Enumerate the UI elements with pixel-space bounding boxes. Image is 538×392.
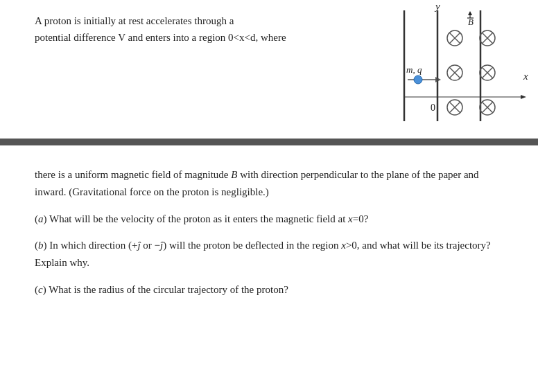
svg-marker-8	[468, 11, 472, 15]
y-axis-label: y	[434, 1, 440, 12]
cross-symbol-3	[447, 65, 462, 80]
paragraph-1: there is a uniform magnetic field of mag…	[35, 166, 503, 201]
problem-line1: A proton is initially at rest accelerate…	[35, 12, 319, 29]
diagram-area: y x 0 m, q B	[333, 0, 538, 139]
diagram-svg: y x 0 m, q B	[333, 0, 538, 139]
svg-marker-29	[521, 95, 526, 99]
part-c: (c) What is the radius of the circular t…	[35, 281, 503, 299]
cross-symbol-5	[447, 100, 462, 115]
divider-bar	[0, 139, 538, 145]
cross-symbol-2	[480, 30, 495, 46]
part-b: (b) In which direction (+ĵ or −ĵ) will t…	[35, 237, 503, 271]
origin-label: 0	[431, 103, 435, 113]
bottom-section: there is a uniform magnetic field of mag…	[0, 145, 538, 322]
cross-symbol-4	[480, 65, 495, 80]
problem-text: A proton is initially at rest accelerate…	[0, 0, 333, 139]
problem-line2: potential difference V and enters into a…	[35, 29, 319, 46]
svg-point-5	[414, 75, 422, 84]
top-section: A proton is initially at rest accelerate…	[0, 0, 538, 139]
mq-label: m, q	[406, 64, 422, 75]
cross-symbol-1	[447, 30, 462, 46]
cross-symbol-6	[480, 100, 495, 115]
part-a: (a) What will be the velocity of the pro…	[35, 211, 503, 228]
x-axis-label: x	[523, 71, 528, 82]
